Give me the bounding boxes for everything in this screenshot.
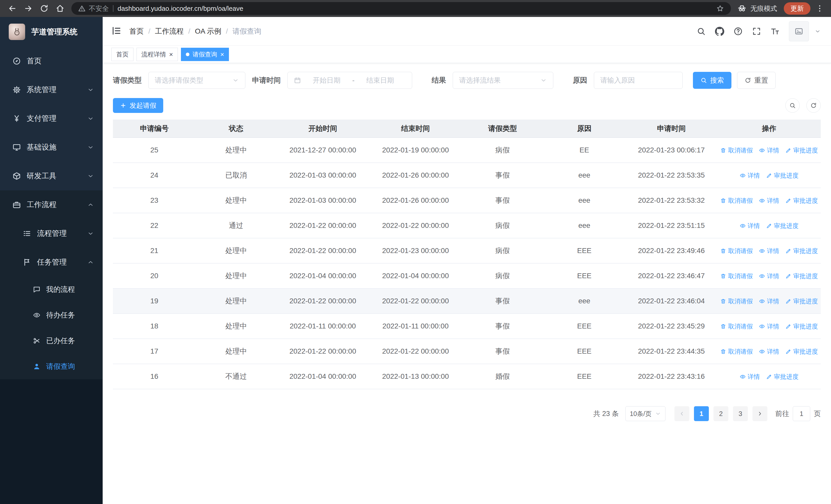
briefcase-icon xyxy=(12,200,21,209)
detail-link[interactable]: 详情 xyxy=(740,222,760,230)
sidebar-item-done-tasks[interactable]: 已办任务 xyxy=(0,328,103,354)
detail-link[interactable]: 详情 xyxy=(759,272,779,280)
next-page-button[interactable] xyxy=(752,406,767,421)
breadcrumb-item[interactable]: OA 示例 xyxy=(195,26,222,36)
caret-down-icon[interactable] xyxy=(814,28,821,34)
approval-progress-link[interactable]: 审批进度 xyxy=(785,297,818,305)
leave-type-label: 请假类型 xyxy=(113,76,142,85)
approval-progress-link[interactable]: 审批进度 xyxy=(785,146,818,154)
detail-link[interactable]: 详情 xyxy=(759,197,779,205)
cancel-leave-link[interactable]: 取消请假 xyxy=(720,272,753,280)
sidebar-item-todo-tasks[interactable]: 待办任务 xyxy=(0,302,103,328)
font-size-icon[interactable] xyxy=(770,27,780,36)
actions-cell: 详情 审批进度 xyxy=(717,213,821,238)
sidebar-item-task-management[interactable]: 任务管理 xyxy=(0,248,103,277)
cancel-leave-link[interactable]: 取消请假 xyxy=(720,322,753,330)
chevron-down-icon xyxy=(87,230,94,237)
toggle-search-button[interactable] xyxy=(785,98,800,113)
tab-leave-query[interactable]: 请假查询 × xyxy=(181,48,229,61)
approval-progress-link[interactable]: 审批进度 xyxy=(766,373,799,381)
sidebar-item-my-processes[interactable]: 我的流程 xyxy=(0,277,103,302)
sidebar-item-workflow[interactable]: 工作流程 xyxy=(0,190,103,219)
approval-progress-link[interactable]: 审批进度 xyxy=(785,272,818,280)
page-size-select[interactable]: 10条/页 xyxy=(625,406,665,421)
page-content: 请假类型 请选择请假类型 申请时间 开始日期 - 结束日期 结果 请选择流结果 xyxy=(103,63,831,504)
help-icon[interactable] xyxy=(734,27,743,36)
detail-link[interactable]: 详情 xyxy=(759,348,779,356)
leave-type-select[interactable]: 请选择请假类型 xyxy=(148,72,245,89)
reason-input[interactable] xyxy=(594,72,683,89)
address-bar[interactable]: 不安全 dashboard.yudao.iocoder.cn/bpm/oa/le… xyxy=(71,2,731,15)
cancel-leave-link[interactable]: 取消请假 xyxy=(720,348,753,356)
sidebar-item-home[interactable]: 首页 xyxy=(0,47,103,76)
page-button-1[interactable]: 1 xyxy=(694,406,709,421)
goto-page-input[interactable] xyxy=(793,406,810,421)
cancel-leave-link[interactable]: 取消请假 xyxy=(720,197,753,205)
chevron-down-icon xyxy=(540,77,547,84)
approval-progress-link[interactable]: 审批进度 xyxy=(785,348,818,356)
app-logo[interactable]: 芋道管理系统 xyxy=(0,17,103,47)
gear-icon xyxy=(12,85,21,94)
reset-button[interactable]: 重置 xyxy=(737,72,776,89)
cancel-leave-link[interactable]: 取消请假 xyxy=(720,297,753,305)
page-button-2[interactable]: 2 xyxy=(713,406,728,421)
sidebar-item-leave-query[interactable]: 请假查询 xyxy=(0,354,103,379)
breadcrumb-item[interactable]: 工作流程 xyxy=(155,26,184,36)
detail-link[interactable]: 详情 xyxy=(759,297,779,305)
sidebar-item-payment-management[interactable]: 支付管理 xyxy=(0,104,103,133)
trash-icon xyxy=(720,349,726,355)
bookmark-star-icon[interactable] xyxy=(716,4,724,12)
sidebar-item-process-management[interactable]: 流程管理 xyxy=(0,219,103,248)
sidebar-item-label: 已办任务 xyxy=(46,336,75,346)
detail-link[interactable]: 详情 xyxy=(740,373,760,381)
chevron-down-icon xyxy=(232,77,239,84)
detail-link[interactable]: 详情 xyxy=(759,322,779,330)
tab-home[interactable]: 首页 xyxy=(111,48,134,61)
detail-link[interactable]: 详情 xyxy=(740,171,760,180)
github-icon[interactable] xyxy=(715,27,724,36)
result-select[interactable]: 请选择流结果 xyxy=(453,72,553,89)
sidebar-item-label: 系统管理 xyxy=(27,85,56,95)
security-label: 不安全 xyxy=(89,4,109,13)
browser-reload-button[interactable] xyxy=(37,2,51,15)
approval-progress-link[interactable]: 审批进度 xyxy=(785,247,818,255)
sidebar-item-infrastructure[interactable]: 基础设施 xyxy=(0,133,103,162)
detail-link[interactable]: 详情 xyxy=(759,146,779,154)
breadcrumb-item[interactable]: 首页 xyxy=(130,26,144,36)
search-button[interactable]: 搜索 xyxy=(693,72,732,89)
cancel-leave-link[interactable]: 取消请假 xyxy=(720,247,753,255)
user-avatar[interactable] xyxy=(789,21,809,41)
browser-menu-button[interactable] xyxy=(814,3,825,14)
sidebar-item-dev-tools[interactable]: 研发工具 xyxy=(0,162,103,190)
tab-process-detail[interactable]: 流程详情 × xyxy=(137,48,178,61)
browser-forward-button[interactable] xyxy=(22,2,35,15)
workflow-section: 工作流程 流程管理 任务管理 我的流程 xyxy=(0,190,103,379)
yen-icon xyxy=(12,114,21,123)
refresh-table-button[interactable] xyxy=(806,98,821,113)
browser-back-button[interactable] xyxy=(6,2,19,15)
detail-link[interactable]: 详情 xyxy=(759,247,779,255)
approval-progress-link[interactable]: 审批进度 xyxy=(766,171,799,180)
approval-progress-link[interactable]: 审批进度 xyxy=(785,322,818,330)
sidebar-item-label: 流程管理 xyxy=(37,228,67,239)
search-icon[interactable] xyxy=(696,27,706,36)
fullscreen-icon[interactable] xyxy=(752,27,761,36)
column-header-actions: 操作 xyxy=(717,120,821,138)
create-leave-button[interactable]: 发起请假 xyxy=(113,98,163,113)
page-button-3[interactable]: 3 xyxy=(733,406,748,421)
table-tools xyxy=(785,98,821,113)
goto-page: 前往 页 xyxy=(775,406,821,421)
browser-home-button[interactable] xyxy=(53,2,67,15)
approval-progress-link[interactable]: 审批进度 xyxy=(785,197,818,205)
sidebar-collapse-button[interactable] xyxy=(111,26,122,37)
sidebar-item-system-management[interactable]: 系统管理 xyxy=(0,76,103,104)
column-header-reason: 原因 xyxy=(543,120,625,138)
pen-icon xyxy=(766,223,772,229)
prev-page-button[interactable] xyxy=(675,406,689,421)
close-icon[interactable]: × xyxy=(220,51,224,58)
browser-update-button[interactable]: 更新 xyxy=(784,2,810,14)
close-icon[interactable]: × xyxy=(169,51,173,58)
cancel-leave-link[interactable]: 取消请假 xyxy=(720,146,753,154)
apply-time-range-picker[interactable]: 开始日期 - 结束日期 xyxy=(287,72,412,89)
approval-progress-link[interactable]: 审批进度 xyxy=(766,222,799,230)
